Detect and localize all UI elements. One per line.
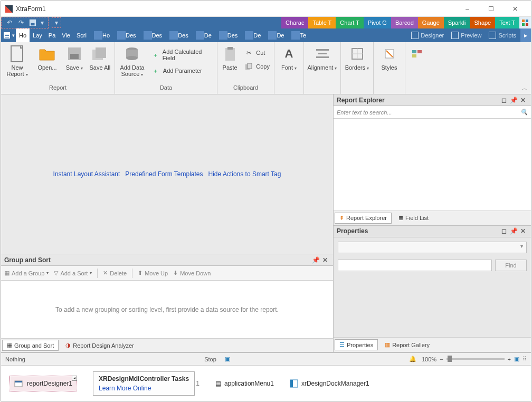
open-button[interactable]: Open...: [34, 45, 60, 71]
redo-icon[interactable]: ↷: [15, 17, 27, 28]
page-tab[interactable]: Des: [139, 28, 166, 42]
page-tab[interactable]: Des: [113, 28, 139, 42]
zoom-out-button[interactable]: −: [440, 356, 443, 362]
styles-button[interactable]: Styles: [377, 45, 402, 71]
zoom-in-button[interactable]: +: [508, 356, 511, 362]
properties-grid[interactable]: [338, 277, 527, 333]
add-parameter-button[interactable]: ＋ Add Parameter: [150, 65, 214, 76]
tool-tab[interactable]: Shape: [470, 17, 495, 28]
paste-button[interactable]: Paste: [221, 45, 239, 71]
close-panel-icon[interactable]: ✕: [320, 256, 330, 264]
alignment-button[interactable]: Alignment ▾: [307, 45, 337, 71]
page-tab[interactable]: Ho: [16, 28, 30, 42]
save-all-button[interactable]: Save All: [89, 45, 111, 71]
move-down-button[interactable]: ⬇Move Down: [173, 270, 211, 276]
toolbox-icon[interactable]: [519, 17, 531, 28]
app-menu-component[interactable]: ▤ applicationMenu1: [215, 380, 274, 387]
svg-rect-22: [248, 63, 252, 69]
preview-mode-button[interactable]: Preview: [449, 32, 483, 39]
tabstrip-overflow-button[interactable]: ▸: [520, 28, 531, 42]
borders-button[interactable]: Borders ▾: [344, 45, 370, 71]
tool-tab[interactable]: Barcod: [391, 17, 418, 28]
tool-tab[interactable]: Gauge: [418, 17, 444, 28]
bell-icon[interactable]: 🔔: [409, 356, 416, 362]
ribbon-collapse-button[interactable]: ︿: [521, 84, 528, 93]
zoom-fit-icon[interactable]: ▣: [514, 356, 519, 362]
move-up-button[interactable]: ⬆Move Up: [138, 270, 168, 276]
restore-icon[interactable]: ◻: [499, 97, 509, 104]
zoom-slider[interactable]: [446, 358, 505, 360]
tool-tab[interactable]: Pivot G: [364, 17, 391, 28]
tab-report-gallery[interactable]: ▦Report Gallery: [380, 339, 434, 350]
close-panel-icon[interactable]: ✕: [518, 97, 528, 104]
tool-tab[interactable]: Chart T: [336, 17, 363, 28]
scripts-mode-button[interactable]: Scripts: [487, 32, 518, 39]
new-report-button[interactable]: New Report ▾: [4, 45, 30, 77]
add-data-source-button[interactable]: Add Data Source ▾: [118, 45, 146, 77]
scripts-icon: [489, 32, 496, 39]
page-tab[interactable]: Pa: [45, 28, 59, 42]
close-button[interactable]: ✕: [503, 2, 527, 16]
tab-group-sort[interactable]: ▦Group and Sort: [2, 340, 59, 351]
zoom-menu-icon[interactable]: ⠿: [522, 356, 527, 362]
properties-body: Find: [334, 237, 531, 338]
page-tab[interactable]: De: [264, 28, 287, 42]
close-panel-icon[interactable]: ✕: [518, 227, 528, 235]
designer-mode-button[interactable]: Designer: [409, 32, 446, 39]
design-canvas[interactable]: Instant Layout Assistant Predefined Form…: [1, 94, 333, 254]
explorer-tree[interactable]: [334, 119, 531, 211]
gallery-button[interactable]: [408, 45, 425, 64]
undo-icon[interactable]: ↶: [4, 17, 15, 28]
save-icon[interactable]: [27, 17, 39, 28]
component-tray: reportDesigner1 ◂ XRDesignMdiController …: [1, 365, 531, 401]
page-tab[interactable]: Des: [165, 28, 192, 42]
tab-properties[interactable]: ☰Properties: [335, 339, 378, 350]
pin-icon[interactable]: 📌: [509, 97, 518, 104]
tab-analyzer[interactable]: ◑Report Design Analyzer: [61, 340, 139, 351]
restore-icon[interactable]: ◻: [499, 227, 509, 235]
page-tab[interactable]: De: [192, 28, 215, 42]
tool-tab[interactable]: Text T: [495, 17, 519, 28]
copy-button[interactable]: Copy: [243, 61, 271, 72]
file-menu-button[interactable]: ▾: [1, 28, 16, 42]
status-stop[interactable]: Stop: [204, 356, 216, 362]
font-button[interactable]: A Font ▾: [278, 45, 300, 71]
add-group-button[interactable]: ▦Add a Group▾: [4, 270, 49, 276]
add-sort-button[interactable]: ▽Add a Sort▾: [54, 270, 92, 276]
pin-icon[interactable]: 📌: [311, 256, 320, 264]
cut-button[interactable]: ✂ Cut: [243, 47, 271, 58]
tab-field-list[interactable]: ≣Field List: [394, 213, 433, 224]
page-tab[interactable]: Te: [287, 28, 309, 42]
qat-customize-chevron-icon[interactable]: ▾: [39, 17, 46, 28]
page-tab[interactable]: Des: [215, 28, 241, 42]
maximize-button[interactable]: ☐: [479, 2, 503, 16]
properties-search-input[interactable]: [338, 260, 492, 271]
selected-component[interactable]: reportDesigner1 ◂: [10, 376, 77, 391]
search-icon[interactable]: 🔍: [520, 109, 528, 116]
save-button[interactable]: Save ▾: [64, 45, 84, 71]
page-tab[interactable]: Scri: [73, 28, 90, 42]
templates-link[interactable]: Predefined Form Templates: [125, 170, 203, 178]
delete-button[interactable]: ✕Delete: [103, 270, 127, 276]
dock-manager-component[interactable]: xrDesignDockManager1: [290, 379, 369, 388]
minimize-button[interactable]: –: [455, 2, 479, 16]
learn-more-link[interactable]: Learn More Online: [99, 385, 189, 392]
object-selector-dropdown[interactable]: [338, 242, 527, 253]
hide-smarttag-link[interactable]: Hide Actions to Smart Tag: [208, 170, 281, 178]
tool-tab[interactable]: Charac: [281, 17, 308, 28]
tool-tab[interactable]: Table T: [308, 17, 336, 28]
smart-tag-icon[interactable]: ◂: [72, 376, 77, 381]
page-tab[interactable]: Vie: [59, 28, 73, 42]
tool-tab[interactable]: Sparkli: [444, 17, 470, 28]
explorer-search[interactable]: Enter text to search... 🔍: [334, 106, 531, 119]
pin-icon[interactable]: 📌: [509, 227, 518, 235]
qat-overflow-chevron-icon[interactable]: ▾: [52, 17, 61, 28]
app-icon: [5, 5, 13, 13]
find-button[interactable]: Find: [495, 260, 527, 271]
tab-report-explorer[interactable]: ⇞Report Explorer: [335, 213, 392, 224]
add-calculated-field-button[interactable]: ＋ Add Calculated Field: [150, 47, 214, 62]
page-tab[interactable]: Lay: [30, 28, 45, 42]
page-tab[interactable]: Ho: [90, 28, 113, 42]
layout-assistant-link[interactable]: Instant Layout Assistant: [53, 170, 120, 178]
page-tab[interactable]: De: [241, 28, 264, 42]
